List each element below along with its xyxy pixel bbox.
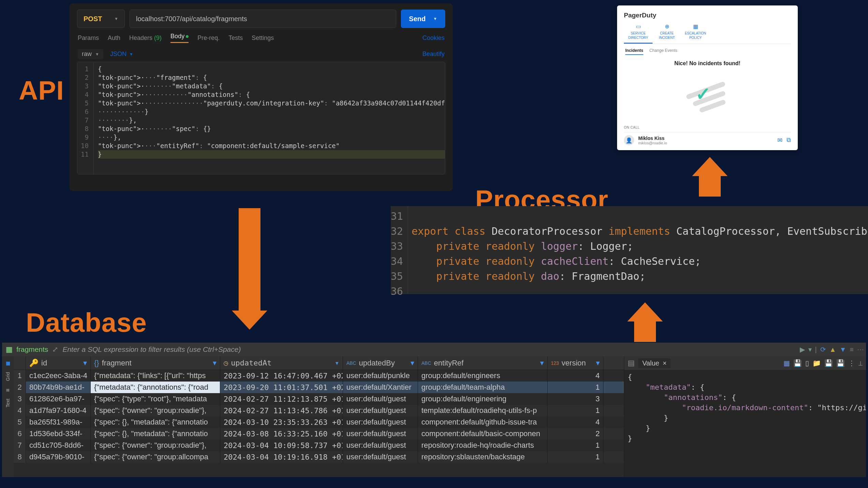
table-row[interactable]: 8d945a79b-9010-{"spec": {"owner": "group… xyxy=(14,451,624,463)
table-cell[interactable]: 4 xyxy=(14,405,26,416)
settings-icon[interactable]: ≡ xyxy=(850,346,854,354)
chevron-down-icon[interactable]: ▾ xyxy=(808,345,812,354)
table-row[interactable]: 4a1d7fa97-1680-4{"spec": {"owner": "grou… xyxy=(14,405,624,416)
table-cell[interactable]: {"spec": {"owner": "group:roadie"}, xyxy=(91,405,220,416)
table-cell[interactable]: {"spec": {}, "metadata": {"annotatio xyxy=(91,428,220,440)
table-cell[interactable]: {"metadata": {"annotations": {"road xyxy=(91,382,220,393)
pd-tab-escalation-policy[interactable]: ▦ ESCALATION POLICY xyxy=(681,23,710,44)
expand-icon[interactable]: ⤢ xyxy=(51,345,59,354)
table-cell[interactable]: component:default/basic-componen xyxy=(418,428,548,440)
table-cell[interactable]: {"spec": {}, "metadata": {"annotatio xyxy=(91,416,220,428)
table-cell[interactable]: user:default/guest xyxy=(343,405,418,416)
sort-icon[interactable]: ▾ xyxy=(83,359,87,368)
table-cell[interactable]: 5 xyxy=(14,416,26,428)
tab-body[interactable]: Body xyxy=(170,33,189,43)
table-cell[interactable]: user:default/punkle xyxy=(343,370,418,382)
pd-subtab-change-events[interactable]: Change Events xyxy=(649,48,677,55)
http-method-select[interactable]: POST ▼ xyxy=(77,10,125,28)
table-cell[interactable]: repository:sblausten/backstage xyxy=(418,451,548,463)
table-row[interactable]: 280b74b9b-ae1d-{"metadata": {"annotation… xyxy=(14,382,624,393)
table-cell[interactable]: {"spec": {"type": "root"}, "metadata xyxy=(91,393,220,405)
sort-icon[interactable]: ▾ xyxy=(410,359,414,368)
col-entity-ref[interactable]: ABC entityRef ▾ xyxy=(418,356,548,370)
table-cell[interactable]: user:default/guest xyxy=(343,393,418,405)
sort-icon[interactable]: ▾ xyxy=(596,359,600,368)
table-cell[interactable]: component:default/github-issue-tra xyxy=(418,416,548,428)
table-cell[interactable]: 1 xyxy=(14,370,26,382)
sort-icon[interactable]: ▾ xyxy=(335,359,339,367)
table-cell[interactable]: 1 xyxy=(548,451,603,463)
table-cell[interactable]: user:default/guest xyxy=(343,451,418,463)
table-row[interactable]: 5ba265f31-989a-{"spec": {}, "metadata": … xyxy=(14,416,624,428)
table-row[interactable]: 61d536ebd-334f-{"spec": {}, "metadata": … xyxy=(14,428,624,440)
table-cell[interactable]: 1 xyxy=(548,440,603,451)
play-icon[interactable]: ▶ xyxy=(800,345,805,354)
filter-icon[interactable]: ▲ xyxy=(829,346,836,354)
pd-subtab-incidents[interactable]: Incidents xyxy=(625,48,643,55)
editor-body[interactable]: {"tok-punc">····"fragment": {"tok-punc">… xyxy=(94,62,445,174)
kebab-icon[interactable]: ⋮ xyxy=(848,359,855,367)
db-value-json[interactable]: { "metadata": { "annotations": { "roadie… xyxy=(624,370,866,477)
col-fragment[interactable]: {} fragment ▾ xyxy=(91,356,220,370)
db-filter-input[interactable]: Enter a SQL expression to filter results… xyxy=(62,345,863,354)
table-cell[interactable]: {"metadata": {"links": [{"url": "https xyxy=(91,370,220,382)
table-cell[interactable]: 4 xyxy=(548,416,603,428)
col-version[interactable]: 123 version ▾ xyxy=(548,356,603,370)
pd-tab-service-directory[interactable]: ▭ SERVICE DIRECTORY xyxy=(624,23,653,44)
tab-prereq[interactable]: Pre-req. xyxy=(197,34,220,42)
table-cell[interactable]: 612862e6-ba97- xyxy=(26,393,91,405)
sort-icon[interactable]: ▾ xyxy=(540,359,544,368)
table-cell[interactable]: 3 xyxy=(548,393,603,405)
grid-tab[interactable]: Grid xyxy=(5,370,11,383)
table-cell[interactable]: 6 xyxy=(14,428,26,440)
table-cell[interactable]: cd51c705-8dd6- xyxy=(26,440,91,451)
table-cell[interactable]: 2024-03-04 10:09:58.737 +0100 xyxy=(220,440,343,451)
open-external-icon[interactable]: ⧉ xyxy=(787,137,791,144)
table-cell[interactable]: user:default/guest xyxy=(343,440,418,451)
table-cell[interactable]: group:default/team-alpha xyxy=(418,382,548,393)
table-cell[interactable]: {"spec": {"owner": "group:allcompa xyxy=(91,451,220,463)
table-row[interactable]: 7cd51c705-8dd6-{"spec": {"owner": "group… xyxy=(14,440,624,451)
table-cell[interactable]: 7 xyxy=(14,440,26,451)
body-lang-select[interactable]: JSON ▼ xyxy=(110,51,133,58)
table-cell[interactable]: 2024-03-08 16:33:25.160 +0100 xyxy=(220,428,343,440)
tab-headers[interactable]: Headers (9) xyxy=(129,34,162,42)
pd-tab-create-incident[interactable]: ⊕ CREATE INCIDENT xyxy=(653,23,681,44)
close-icon[interactable]: × xyxy=(663,359,667,367)
table-cell[interactable]: 2023-09-20 11:01:37.501 +0200 xyxy=(220,382,343,393)
table-cell[interactable]: 2 xyxy=(548,428,603,440)
save-icon[interactable]: 💾 xyxy=(793,359,802,367)
table-cell[interactable]: 2024-03-04 10:19:16.918 +0100 xyxy=(220,451,343,463)
table-cell[interactable]: group:default/engineers xyxy=(418,370,548,382)
tab-auth[interactable]: Auth xyxy=(108,34,120,42)
value-tab[interactable]: Value × xyxy=(638,358,671,368)
body-json-editor[interactable]: 1234567891011 {"tok-punc">····"fragment"… xyxy=(77,62,445,174)
table-cell[interactable]: 2024-02-27 11:13:45.786 +0100 xyxy=(220,405,343,416)
table-row[interactable]: 3612862e6-ba97-{"spec": {"type": "root"}… xyxy=(14,393,624,405)
table-cell[interactable]: 1 xyxy=(548,382,603,393)
table-cell[interactable]: 4 xyxy=(548,370,603,382)
db-table-name[interactable]: fragments xyxy=(16,345,48,354)
col-id[interactable]: 🔑 id ▾ xyxy=(26,356,91,370)
table-row[interactable]: 1c1ec2eec-3aba-4{"metadata": {"links": [… xyxy=(14,370,624,382)
table-cell[interactable]: 2024-03-10 23:35:33.263 +0100 xyxy=(220,416,343,428)
layout-icon[interactable]: ▦ xyxy=(783,359,790,367)
table-cell[interactable]: 80b74b9b-ae1d- xyxy=(26,382,91,393)
collapse-icon[interactable]: ⟂ xyxy=(858,359,863,367)
tab-tests[interactable]: Tests xyxy=(228,34,243,42)
col-updated-at[interactable]: ◷ updatedAt ▾ xyxy=(220,356,343,370)
copy-icon[interactable]: ▯ xyxy=(805,359,809,367)
table-cell[interactable]: c1ec2eec-3aba-4 xyxy=(26,370,91,382)
table-cell[interactable]: 3 xyxy=(14,393,26,405)
table-cell[interactable]: template:default/roadiehq-utils-fs-p xyxy=(418,405,548,416)
table-cell[interactable]: 2 xyxy=(14,382,26,393)
table-cell[interactable]: 2024-02-27 11:12:13.875 +0100 xyxy=(220,393,343,405)
table-cell[interactable]: a1d7fa97-1680-4 xyxy=(26,405,91,416)
body-raw-select[interactable]: raw ▼ xyxy=(78,49,103,59)
table-cell[interactable]: user:default/Xantier xyxy=(343,382,418,393)
table-cell[interactable]: user:default/guest xyxy=(343,416,418,428)
funnel-icon[interactable]: ▼ xyxy=(840,346,847,354)
send-button[interactable]: Send ▼ xyxy=(401,10,445,28)
mail-icon[interactable]: ✉ xyxy=(777,137,782,144)
text-view-icon[interactable]: ≣ xyxy=(4,386,12,394)
